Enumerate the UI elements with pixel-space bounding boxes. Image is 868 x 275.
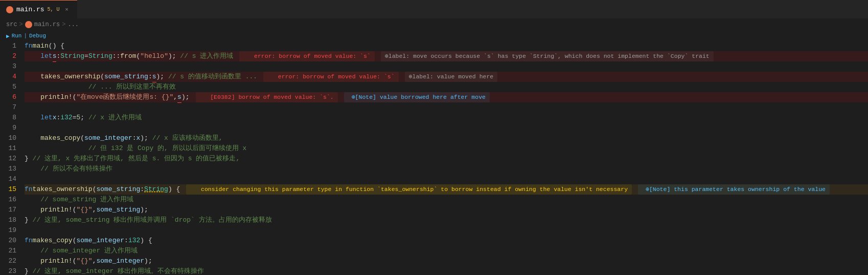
code-line-23: } // 这里, some_integer 移出作用域。不会有特殊操作 <box>25 266 868 275</box>
breadcrumb-filename: main.rs <box>34 21 60 28</box>
line-num-12: 12 <box>6 154 16 164</box>
line-num-23: 23 <box>6 266 16 275</box>
editor: main.rs 5, U × src > main.rs > ... ▶ Run… <box>0 0 868 275</box>
line-num-1: 1 <box>6 41 16 51</box>
code-line-11: // 但 i32 是 Copy 的, 所以以后面可继续使用 x <box>25 143 868 154</box>
code-line-7 <box>25 102 868 113</box>
line-num-13: 13 <box>6 164 16 174</box>
code-line-2: let s : String = String :: from ( "hello… <box>25 51 868 61</box>
fn-main: main <box>33 41 49 51</box>
code-line-10: makes_copy ( some_integer : x ); // x 应该… <box>25 133 868 143</box>
code-line-3 <box>25 61 868 72</box>
line-num-15: 15 <box>6 184 16 195</box>
diag-line4-label: ⊕label: value moved here <box>405 72 498 82</box>
kw-fn-1: fn <box>25 41 33 51</box>
breadcrumb: src > main.rs > ... <box>0 18 868 31</box>
line-num-20: 20 <box>6 236 16 246</box>
line-num-22: 22 <box>6 256 16 266</box>
diag-line4-error: error: borrow of moved value: `s` <box>263 72 398 82</box>
code-line-12: } // 这里, x 先移出了作用域, 然后是 s. 但因为 s 的值已被移走, <box>25 154 868 164</box>
code-line-14 <box>25 174 868 184</box>
code-line-8: let x : i32 = 5 ; // x 进入作用域 <box>25 113 868 123</box>
diag-line6-note: ⊕[Note] value borrowed here after move <box>344 92 490 102</box>
code-line-6: println! ( "在move函数后继续使用s: {}" , s ); [E… <box>25 92 868 102</box>
breadcrumb-ellipsis: ... <box>67 21 79 28</box>
code-line-1: fn main() { <box>25 41 868 51</box>
line-num-8: 8 <box>6 113 16 123</box>
diag-line15-note: ⊕[Note] this parameter takes ownership o… <box>638 184 830 195</box>
diag-line6-error: [E0382] borrow of moved value: `s`. <box>196 92 338 102</box>
tab-main-rs[interactable]: main.rs 5, U × <box>0 0 77 18</box>
code-line-16: // some_string 进入作用域 <box>25 195 868 205</box>
diag-line15-warning: consider changing this parameter type in… <box>186 184 632 195</box>
code-line-5: // ... 所以到这里不再有效 <box>25 82 868 92</box>
code-line-20: fn makes_copy ( some_integer : i32 ) { <box>25 236 868 246</box>
rust-icon <box>6 6 13 13</box>
tab-close-button[interactable]: × <box>63 6 71 14</box>
line-numbers: 1 2 3 4 5 6 7 8 9 10 11 12 13 14 15 16 1… <box>0 41 20 275</box>
line-num-4: 4 <box>6 72 16 82</box>
code-line-17: println! ( "{}" , some_string ); <box>25 205 868 215</box>
line-num-2: 2 <box>6 51 16 61</box>
code-line-19 <box>25 225 868 236</box>
debug-label[interactable]: Debug <box>29 33 46 39</box>
tab-modified: 5, U <box>48 7 60 12</box>
run-debug-sep: | <box>24 33 27 39</box>
breadcrumb-sep1: > <box>19 21 23 28</box>
run-icon: ▶ <box>6 33 10 39</box>
code-line-13: // 所以不会有特殊操作 <box>25 164 868 174</box>
tab-filename: main.rs <box>16 6 44 13</box>
diag-line2-label: ⊕label: move occurs because `s` has type… <box>381 51 714 61</box>
line-num-11: 11 <box>6 143 16 154</box>
code-line-4: takes_ownership ( some_string : s ); // … <box>25 72 868 82</box>
breadcrumb-rust-icon <box>25 21 32 28</box>
code-line-18: } // 这里, some_string 移出作用域并调用 `drop` 方法。… <box>25 215 868 225</box>
code-line-22: println! ( "{}" , some_integer ); <box>25 256 868 266</box>
line-num-14: 14 <box>6 174 16 184</box>
line-num-18: 18 <box>6 215 16 225</box>
line-num-16: 16 <box>6 195 16 205</box>
run-label[interactable]: Run <box>12 33 22 39</box>
code-line-21: // some_integer 进入作用域 <box>25 246 868 256</box>
breadcrumb-src: src <box>6 21 17 28</box>
line-num-17: 17 <box>6 205 16 215</box>
editor-body: 1 2 3 4 5 6 7 8 9 10 11 12 13 14 15 16 1… <box>0 41 868 275</box>
code-line-15: fn takes_ownership ( some_string : Strin… <box>25 184 868 195</box>
line-num-5: 5 <box>6 82 16 92</box>
line-num-9: 9 <box>6 123 16 133</box>
code-area[interactable]: fn main() { let s : String = String :: f… <box>20 41 868 275</box>
breadcrumb-sep2: > <box>62 21 65 28</box>
line-num-10: 10 <box>6 133 16 143</box>
line-num-3: 3 <box>6 61 16 72</box>
line-num-6: 6 <box>6 92 16 102</box>
run-debug-bar: ▶ Run | Debug <box>0 31 868 41</box>
line-num-21: 21 <box>6 246 16 256</box>
tab-bar: main.rs 5, U × <box>0 0 868 18</box>
code-line-9 <box>25 123 868 133</box>
line-num-7: 7 <box>6 102 16 113</box>
diag-line2-error: error: borrow of moved value: `s` <box>239 51 374 61</box>
line-num-19: 19 <box>6 225 16 236</box>
